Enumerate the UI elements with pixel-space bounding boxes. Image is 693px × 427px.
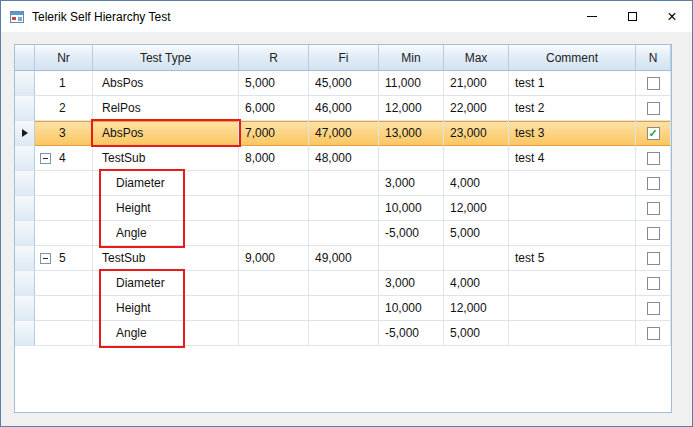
column-header-max[interactable]: Max: [444, 45, 509, 71]
cell-min[interactable]: -5,000: [379, 321, 444, 346]
cell-n[interactable]: [636, 321, 671, 346]
cell-n[interactable]: [636, 296, 671, 321]
row-indicator-cell[interactable]: [15, 296, 35, 321]
grid-row-11[interactable]: Angle-5,0005,000: [15, 321, 671, 346]
cell-r[interactable]: 9,000: [239, 246, 309, 271]
row-indicator-cell[interactable]: [15, 246, 35, 271]
cell-comment[interactable]: test 1: [509, 71, 636, 96]
current-row-indicator-cell[interactable]: [15, 121, 35, 146]
cell-n[interactable]: [636, 146, 671, 171]
row-indicator-cell[interactable]: [15, 321, 35, 346]
cell-max[interactable]: 5,000: [444, 321, 509, 346]
column-header-fi[interactable]: Fi: [309, 45, 379, 71]
cell-n[interactable]: [636, 271, 671, 296]
cell-fi[interactable]: 46,000: [309, 96, 379, 121]
grid-row-6[interactable]: Height10,00012,000: [15, 196, 671, 221]
cell-comment[interactable]: test 3: [509, 121, 636, 146]
checkbox-unchecked[interactable]: [647, 277, 660, 290]
cell-r[interactable]: [239, 196, 309, 221]
cell-nr[interactable]: [35, 296, 93, 321]
cell-max[interactable]: 21,000: [444, 71, 509, 96]
cell-n[interactable]: [636, 71, 671, 96]
checkbox-unchecked[interactable]: [647, 302, 660, 315]
cell-max[interactable]: 4,000: [444, 171, 509, 196]
grid-row-8[interactable]: 5TestSub9,00049,000test 5: [15, 246, 671, 271]
checkbox-checked[interactable]: ✓: [647, 127, 660, 140]
cell-max[interactable]: 12,000: [444, 196, 509, 221]
cell-n[interactable]: [636, 221, 671, 246]
cell-r[interactable]: 7,000: [239, 121, 309, 146]
cell-n[interactable]: [636, 96, 671, 121]
cell-min[interactable]: 10,000: [379, 296, 444, 321]
row-indicator-cell[interactable]: [15, 196, 35, 221]
cell-r[interactable]: [239, 296, 309, 321]
cell-test-type[interactable]: TestSub: [93, 146, 239, 171]
column-header-test-type[interactable]: Test Type: [93, 45, 239, 71]
cell-min[interactable]: -5,000: [379, 221, 444, 246]
cell-comment[interactable]: [509, 171, 636, 196]
cell-fi[interactable]: [309, 271, 379, 296]
cell-test-type[interactable]: AbsPos: [93, 121, 239, 146]
collapse-toggle-icon[interactable]: [40, 153, 51, 164]
cell-comment[interactable]: test 4: [509, 146, 636, 171]
cell-comment[interactable]: [509, 221, 636, 246]
cell-fi[interactable]: [309, 171, 379, 196]
cell-comment[interactable]: [509, 296, 636, 321]
cell-comment[interactable]: [509, 196, 636, 221]
cell-max[interactable]: 23,000: [444, 121, 509, 146]
row-indicator-cell[interactable]: [15, 96, 35, 121]
cell-n[interactable]: [636, 171, 671, 196]
cell-comment[interactable]: test 5: [509, 246, 636, 271]
row-indicator-cell[interactable]: [15, 146, 35, 171]
cell-r[interactable]: [239, 221, 309, 246]
grid-row-3[interactable]: 3AbsPos7,00047,00013,00023,000test 3✓: [15, 121, 671, 146]
cell-r[interactable]: [239, 171, 309, 196]
column-header-r[interactable]: R: [239, 45, 309, 71]
column-header-n[interactable]: N: [636, 45, 671, 71]
grid-row-9[interactable]: Diameter3,0004,000: [15, 271, 671, 296]
cell-r[interactable]: 8,000: [239, 146, 309, 171]
cell-max[interactable]: 12,000: [444, 296, 509, 321]
cell-fi[interactable]: 48,000: [309, 146, 379, 171]
cell-comment[interactable]: [509, 271, 636, 296]
cell-test-type[interactable]: Diameter: [93, 271, 239, 296]
cell-n[interactable]: [636, 196, 671, 221]
row-indicator-cell[interactable]: [15, 71, 35, 96]
cell-test-type[interactable]: TestSub: [93, 246, 239, 271]
cell-nr[interactable]: [35, 221, 93, 246]
row-indicator-cell[interactable]: [15, 221, 35, 246]
grid-row-5[interactable]: Diameter3,0004,000: [15, 171, 671, 196]
checkbox-unchecked[interactable]: [647, 202, 660, 215]
cell-nr[interactable]: 2: [35, 96, 93, 121]
cell-test-type[interactable]: RelPos: [93, 96, 239, 121]
grid-row-1[interactable]: 1AbsPos5,00045,00011,00021,000test 1: [15, 71, 671, 96]
cell-test-type[interactable]: Height: [93, 296, 239, 321]
cell-test-type[interactable]: Diameter: [93, 171, 239, 196]
minimize-button[interactable]: [572, 1, 612, 32]
cell-fi[interactable]: 49,000: [309, 246, 379, 271]
cell-max[interactable]: [444, 246, 509, 271]
column-header-min[interactable]: Min: [379, 45, 444, 71]
cell-comment[interactable]: test 2: [509, 96, 636, 121]
cell-n[interactable]: [636, 246, 671, 271]
cell-nr[interactable]: [35, 271, 93, 296]
cell-test-type[interactable]: Height: [93, 196, 239, 221]
collapse-toggle-icon[interactable]: [40, 253, 51, 264]
cell-min[interactable]: [379, 246, 444, 271]
cell-min[interactable]: 11,000: [379, 71, 444, 96]
cell-test-type[interactable]: AbsPos: [93, 71, 239, 96]
cell-r[interactable]: 5,000: [239, 71, 309, 96]
cell-r[interactable]: 6,000: [239, 96, 309, 121]
grid-row-10[interactable]: Height10,00012,000: [15, 296, 671, 321]
cell-max[interactable]: 22,000: [444, 96, 509, 121]
cell-min[interactable]: 13,000: [379, 121, 444, 146]
column-header-comment[interactable]: Comment: [509, 45, 636, 71]
checkbox-unchecked[interactable]: [647, 177, 660, 190]
cell-test-type[interactable]: Angle: [93, 321, 239, 346]
cell-fi[interactable]: [309, 196, 379, 221]
cell-nr[interactable]: 1: [35, 71, 93, 96]
checkbox-unchecked[interactable]: [647, 327, 660, 340]
cell-min[interactable]: 3,000: [379, 271, 444, 296]
cell-min[interactable]: [379, 146, 444, 171]
checkbox-unchecked[interactable]: [647, 252, 660, 265]
